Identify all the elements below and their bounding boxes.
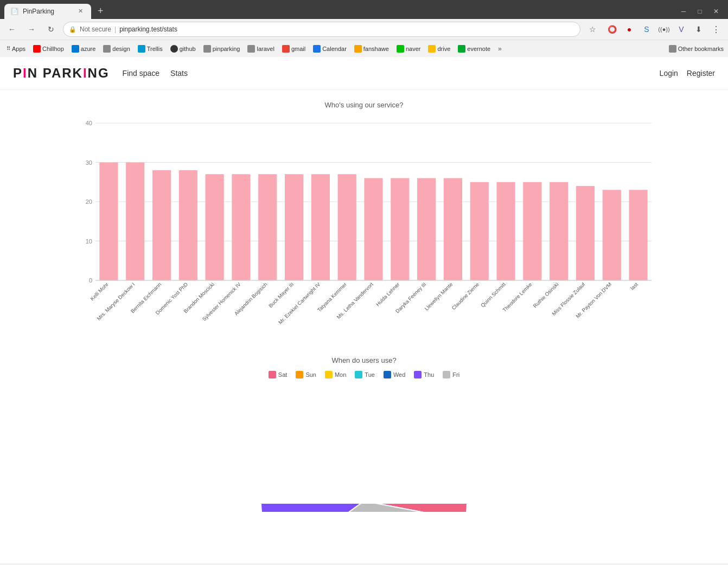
- extension-lastpass[interactable]: ●: [622, 22, 637, 37]
- legend-color-fri: [443, 371, 450, 378]
- svg-text:Claudine Zieme: Claudine Zieme: [450, 281, 480, 311]
- legend-color-tue: [355, 371, 362, 378]
- extension-s[interactable]: S: [639, 22, 654, 37]
- bookmark-evernote[interactable]: evernote: [456, 44, 493, 54]
- browser-tab[interactable]: 📄 PinParking ✕: [4, 4, 91, 19]
- bookmark-laravel[interactable]: laravel: [245, 44, 276, 54]
- bookmark-github[interactable]: github: [168, 44, 198, 54]
- bookmark-fanshawe[interactable]: fanshawe: [352, 44, 391, 54]
- bookmark-pinparking[interactable]: pinparking: [201, 44, 242, 54]
- svg-rect-20: [232, 174, 250, 280]
- legend-label-thu: Thu: [424, 371, 434, 378]
- close-button[interactable]: ✕: [708, 4, 724, 19]
- bookmark-drive[interactable]: drive: [426, 44, 452, 54]
- svg-text:20: 20: [86, 198, 92, 205]
- bookmark-github-label: github: [180, 46, 196, 52]
- legend-item-sun: Sun: [296, 371, 316, 378]
- nav-links: Find space Stats: [123, 69, 188, 78]
- bookmark-design-label: design: [112, 46, 130, 52]
- bookmark-azure[interactable]: azure: [69, 44, 98, 54]
- bookmark-star-button[interactable]: ☆: [585, 22, 600, 37]
- minimize-button[interactable]: ─: [676, 4, 691, 19]
- svg-text:Kelli Mohr: Kelli Mohr: [89, 281, 110, 302]
- bookmark-laravel-label: laravel: [257, 46, 274, 52]
- legend-item-tue: Tue: [355, 371, 375, 378]
- bookmark-naver-icon: [397, 45, 404, 53]
- svg-rect-36: [444, 178, 462, 281]
- bookmark-laravel-icon: [247, 45, 255, 53]
- legend-label-tue: Tue: [365, 371, 375, 378]
- other-bookmarks[interactable]: Other bookmarks: [669, 45, 724, 53]
- extension-opera[interactable]: ⭕: [604, 22, 620, 37]
- svg-text:Buck Mayer III: Buck Mayer III: [267, 281, 295, 309]
- extension-download[interactable]: ⬇: [691, 22, 706, 37]
- legend-color-wed: [384, 371, 391, 378]
- window-controls: ─ □ ✕: [676, 4, 724, 19]
- address-bar[interactable]: 🔒 Not secure | pinparking.test/stats: [63, 22, 580, 37]
- bookmark-design-icon: [103, 45, 111, 53]
- forward-button[interactable]: →: [24, 22, 39, 37]
- new-tab-button[interactable]: +: [93, 3, 108, 19]
- nav-register[interactable]: Register: [687, 69, 715, 78]
- extension-4[interactable]: ((●)): [656, 22, 672, 37]
- legend-item-mon: Mon: [325, 371, 346, 378]
- svg-rect-34: [417, 178, 436, 281]
- svg-rect-28: [338, 174, 356, 280]
- bookmark-gmail-label: gmail: [291, 46, 305, 52]
- maximize-button[interactable]: □: [692, 4, 707, 19]
- svg-rect-22: [258, 174, 277, 280]
- svg-rect-40: [496, 182, 515, 280]
- bookmark-apps[interactable]: ⠿ Apps: [4, 44, 28, 53]
- bar-chart-svg: 010203040Kelli MohrMrs. Maryse Deckow IB…: [16, 118, 712, 345]
- bookmark-github-icon: [170, 45, 178, 53]
- back-button[interactable]: ←: [4, 22, 20, 37]
- legend-color-sat: [269, 371, 276, 378]
- bookmarks-more-button[interactable]: »: [496, 44, 504, 54]
- pie-chart-container: [16, 387, 712, 512]
- bookmark-chillhop[interactable]: Chillhop: [31, 44, 66, 54]
- svg-rect-42: [523, 182, 541, 280]
- bookmark-calendar-label: Calendar: [322, 46, 347, 52]
- bookmark-drive-icon: [428, 45, 436, 53]
- legend-color-thu: [414, 371, 422, 378]
- bookmark-pinparking-label: pinparking: [213, 46, 240, 52]
- bookmark-calendar[interactable]: Calendar: [311, 44, 349, 54]
- legend-label-sun: Sun: [305, 371, 316, 378]
- reload-button[interactable]: ↻: [43, 22, 59, 37]
- svg-rect-10: [99, 163, 118, 281]
- legend-color-mon: [325, 371, 333, 378]
- security-label: Not secure: [80, 25, 111, 33]
- logo-text: PiN PARKiNG: [13, 66, 110, 81]
- bookmark-apps-label: Apps: [12, 46, 25, 52]
- nav-right: Login Register: [660, 69, 715, 78]
- legend-color-sun: [296, 371, 303, 378]
- bookmark-evernote-label: evernote: [467, 46, 490, 52]
- bookmarks-bar: ⠿ Apps Chillhop azure design Trellis git…: [0, 40, 728, 57]
- other-bookmarks-icon: [669, 45, 676, 53]
- bookmark-design[interactable]: design: [101, 44, 132, 54]
- nav-login[interactable]: Login: [660, 69, 678, 78]
- bookmark-naver[interactable]: naver: [394, 44, 423, 54]
- bookmark-calendar-icon: [313, 45, 321, 53]
- svg-rect-53: [250, 387, 478, 504]
- bookmark-gmail[interactable]: gmail: [280, 44, 308, 54]
- nav-stats[interactable]: Stats: [170, 69, 188, 78]
- svg-rect-44: [550, 182, 568, 280]
- tab-favicon: 📄: [11, 8, 18, 15]
- svg-rect-32: [391, 178, 409, 281]
- bookmark-naver-label: naver: [406, 46, 421, 52]
- legend-item-wed: Wed: [384, 371, 405, 378]
- bookmark-trellis[interactable]: Trellis: [136, 44, 165, 54]
- bar-chart-wrapper: 010203040Kelli MohrMrs. Maryse Deckow IB…: [16, 118, 712, 345]
- pie-chart-title: When do users use?: [16, 356, 712, 364]
- bookmark-fanshawe-label: fanshawe: [363, 46, 389, 52]
- svg-text:Llewellyn Mante: Llewellyn Mante: [423, 281, 454, 312]
- svg-rect-50: [629, 190, 648, 280]
- bookmark-azure-icon: [72, 45, 79, 53]
- tab-title: PinParking: [23, 8, 54, 15]
- tab-close-button[interactable]: ✕: [76, 7, 85, 16]
- extension-v[interactable]: V: [674, 22, 689, 37]
- nav-find-space[interactable]: Find space: [123, 69, 159, 78]
- menu-button[interactable]: ⋮: [708, 22, 724, 37]
- site-nav: PiN PARKiNG Find space Stats Login Regis…: [0, 57, 728, 90]
